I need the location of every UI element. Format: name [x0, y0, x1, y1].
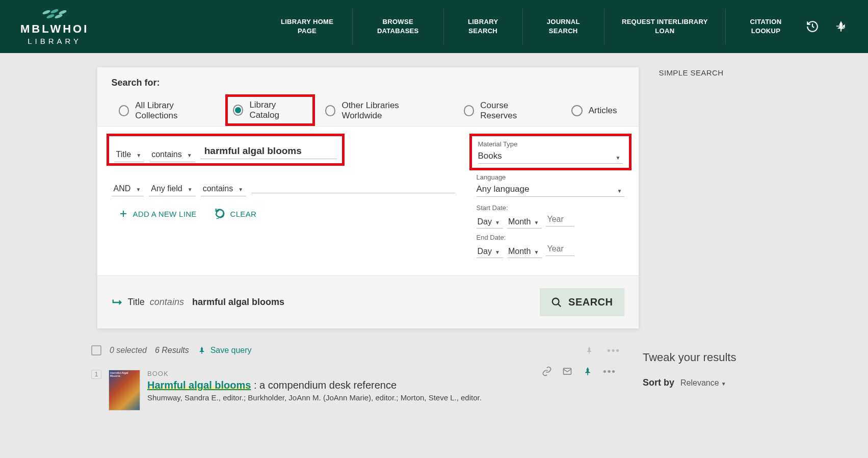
history-icon[interactable]: [806, 20, 819, 33]
operator-select-1[interactable]: contains: [149, 150, 195, 159]
material-type-filter: Material Type Books: [469, 134, 632, 170]
scope-library-catalog[interactable]: Library Catalog: [225, 94, 315, 126]
results-count: 6 Results: [155, 346, 189, 355]
plus-icon: [119, 209, 128, 218]
svg-rect-11: [589, 351, 590, 354]
radio-icon: [571, 105, 583, 116]
selected-count: 0 selected: [110, 346, 147, 355]
scope-label: Other Libraries Worldwide: [341, 100, 435, 121]
search-icon: [551, 297, 562, 308]
field-select-2[interactable]: Any field: [149, 184, 195, 193]
clear-button[interactable]: CLEAR: [215, 209, 257, 219]
result-title-link[interactable]: Harmful algal blooms : a compendium desk…: [147, 379, 620, 391]
result-item-1: 1 Harmful Algal Blooms BOOK Harmful alga…: [85, 360, 626, 411]
logo-text: MBLWHOI: [20, 23, 89, 35]
svg-rect-10: [201, 351, 202, 354]
pin-icon: [197, 346, 206, 355]
svg-rect-13: [587, 373, 588, 375]
scope-label: Course Reserves: [480, 100, 542, 121]
scope-all-collections[interactable]: All Library Collections: [112, 96, 220, 125]
radio-icon: [464, 105, 475, 116]
language-filter: Language Any language: [477, 173, 624, 197]
nav-ill-request[interactable]: REQUEST INTERLIBRARY LOAN: [604, 9, 726, 44]
operator-select-2[interactable]: contains: [201, 184, 247, 193]
query-row-1-highlight: Title contains: [107, 134, 345, 166]
main-nav: LIBRARY HOME PAGE BROWSE DATABASES LIBRA…: [262, 9, 806, 44]
query-row-2: AND Any field contains: [112, 178, 461, 193]
radio-checked-icon: [233, 105, 244, 116]
start-month-select[interactable]: Month: [507, 217, 542, 226]
result-thumbnail[interactable]: Harmful Algal Blooms: [109, 370, 140, 411]
advanced-search-card: Search for: All Library Collections Libr…: [97, 67, 639, 328]
start-date-filter: Start Date: Day Month: [477, 204, 624, 226]
field-select-1[interactable]: Title: [114, 150, 145, 159]
language-label: Language: [477, 173, 624, 181]
scope-label: Articles: [589, 106, 617, 116]
nav-citation-lookup[interactable]: CITATION LOOKUP: [726, 9, 806, 44]
nav-browse-db[interactable]: BROWSE DATABASES: [353, 9, 444, 44]
end-month-select[interactable]: Month: [507, 247, 542, 256]
svg-point-1: [50, 8, 59, 14]
scope-other-libraries[interactable]: Other Libraries Worldwide: [318, 96, 442, 125]
svg-point-0: [42, 9, 51, 15]
header-icons: [806, 20, 858, 33]
start-day-select[interactable]: Day: [477, 217, 503, 226]
svg-point-4: [55, 13, 63, 19]
email-icon[interactable]: [562, 366, 572, 376]
scope-course-reserves[interactable]: Course Reserves: [457, 96, 550, 125]
end-date-filter: End Date: Day Month: [477, 234, 624, 256]
pin-icon[interactable]: [834, 20, 848, 33]
scope-articles[interactable]: Articles: [564, 101, 624, 120]
sortby-select[interactable]: Relevance: [680, 378, 729, 388]
filters-column: Material Type Books Language Any languag…: [477, 139, 624, 263]
summary-operator: contains: [150, 297, 184, 308]
summary-field: Title: [128, 297, 145, 308]
query-actions: ADD A NEW LINE CLEAR: [112, 209, 461, 219]
end-date-label: End Date:: [477, 234, 624, 241]
main-content: Search for: All Library Collections Libr…: [0, 53, 868, 328]
tweak-results-panel: Tweak your results Sort by Relevance: [643, 341, 755, 388]
result-number: 1: [91, 370, 101, 379]
search-button[interactable]: SEARCH: [540, 288, 624, 316]
query-input-1[interactable]: [200, 143, 337, 159]
end-day-select[interactable]: Day: [477, 247, 503, 256]
material-type-select[interactable]: Books: [478, 149, 623, 164]
reset-icon: [215, 209, 225, 219]
results-section: 0 selected 6 Results Save query ••• 1 Ha…: [0, 341, 868, 411]
summary-value: harmful algal blooms: [192, 297, 284, 308]
boolean-select-2[interactable]: AND: [112, 184, 144, 193]
nav-library-search[interactable]: LIBRARY SEARCH: [444, 9, 523, 44]
save-query-button[interactable]: Save query: [197, 346, 252, 355]
permalink-icon[interactable]: [542, 366, 552, 376]
tweak-title: Tweak your results: [643, 351, 755, 364]
search-footer: Title contains harmful algal blooms SEAR…: [97, 275, 639, 328]
pin-result-icon[interactable]: [583, 366, 593, 376]
nav-home[interactable]: LIBRARY HOME PAGE: [262, 9, 352, 44]
add-new-line-button[interactable]: ADD A NEW LINE: [119, 209, 197, 219]
query-input-2[interactable]: [251, 178, 455, 193]
nav-journal-search[interactable]: JOURNAL SEARCH: [523, 9, 604, 44]
query-summary: Title contains harmful algal blooms: [112, 297, 284, 308]
logo[interactable]: MBLWHOI LIBRARY: [20, 8, 89, 45]
scope-label: All Library Collections: [135, 100, 213, 121]
start-year-input[interactable]: [546, 213, 574, 226]
svg-line-9: [558, 303, 561, 307]
query-column: Title contains AND Any field contains AD…: [112, 139, 461, 263]
pin-all-icon[interactable]: [585, 346, 594, 355]
sort-by-control: Sort by Relevance: [643, 377, 755, 388]
language-select[interactable]: Any language: [477, 182, 624, 197]
search-body: Title contains AND Any field contains AD…: [97, 126, 639, 275]
sortby-label: Sort by: [643, 377, 674, 388]
arrow-return-icon: [112, 298, 123, 307]
more-options-icon[interactable]: •••: [607, 345, 620, 356]
svg-point-2: [59, 9, 67, 15]
material-type-label: Material Type: [478, 140, 623, 148]
result-more-icon[interactable]: •••: [603, 366, 616, 377]
simple-search-link[interactable]: SIMPLE SEARCH: [659, 68, 771, 77]
end-year-input[interactable]: [546, 242, 574, 256]
app-header: MBLWHOI LIBRARY LIBRARY HOME PAGE BROWSE…: [0, 0, 868, 53]
select-all-checkbox[interactable]: [91, 345, 101, 355]
result-authors: Shumway, Sandra E., editor.; Burkholder,…: [147, 393, 620, 402]
svg-point-3: [46, 13, 55, 19]
scope-label: Library Catalog: [249, 100, 304, 120]
